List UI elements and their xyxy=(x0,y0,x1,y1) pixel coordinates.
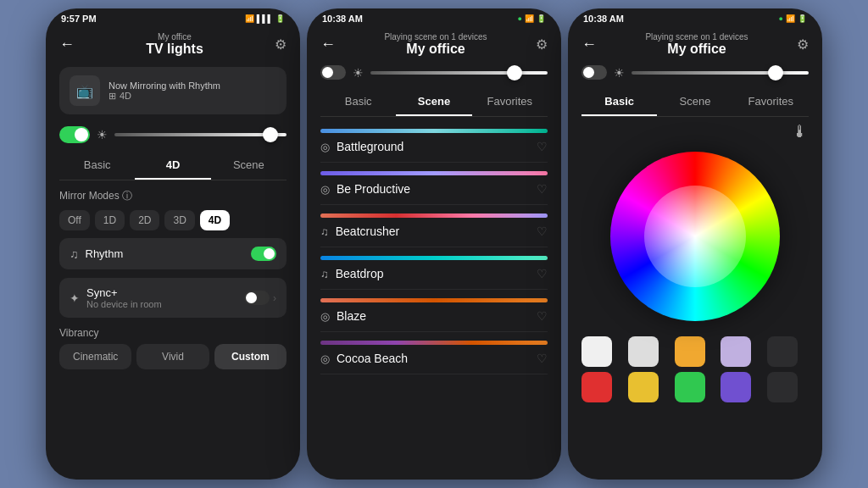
swatch-orange[interactable] xyxy=(675,336,705,367)
status-icons-3: ● 📶 🔋 xyxy=(779,14,807,23)
wifi-icon-3: 📶 xyxy=(786,14,795,23)
droplet-icon-blaze: ◎ xyxy=(320,310,330,323)
scene-name-blaze: Blaze xyxy=(337,309,530,323)
gear-icon-2[interactable]: ⚙ xyxy=(536,36,548,53)
header-nav-2: ← Playing scene on 1 devices My office ⚙ xyxy=(320,27,548,60)
swatch-white-1[interactable] xyxy=(581,336,612,367)
vibrancy-cinematic[interactable]: Cinematic xyxy=(59,344,131,369)
mode-4d[interactable]: 4D xyxy=(200,210,230,230)
tab-basic-2[interactable]: Basic xyxy=(320,88,396,116)
subtitle-1: My office xyxy=(146,32,203,42)
heart-beatdrop[interactable]: ♡ xyxy=(537,267,548,280)
mirror-modes: Off 1D 2D 3D 4D xyxy=(59,210,287,230)
slider-thumb-3 xyxy=(768,65,783,80)
scene-bar-beatdrop xyxy=(320,256,548,260)
vibrancy-vivid[interactable]: Vivid xyxy=(136,344,209,369)
mode-3d[interactable]: 3D xyxy=(164,210,194,230)
mode-1d[interactable]: 1D xyxy=(95,210,125,230)
tab-scene-1[interactable]: Scene xyxy=(211,152,287,180)
sun-icon-3: ☀ xyxy=(614,66,625,80)
time-3: 10:38 AM xyxy=(583,14,624,24)
heart-blaze[interactable]: ♡ xyxy=(537,309,548,323)
brightness-slider-3[interactable] xyxy=(632,71,809,75)
signal-icon: ▌▌▌ xyxy=(257,14,273,23)
rhythm-toggle[interactable] xyxy=(251,247,276,261)
back-button-1[interactable]: ← xyxy=(59,36,75,53)
heart-productive[interactable]: ♡ xyxy=(537,182,548,196)
brightness-row-2: ☀ xyxy=(320,65,548,80)
device-icon: 📺 xyxy=(70,75,100,106)
mode-2d[interactable]: 2D xyxy=(130,210,159,230)
tabs-row-3: Basic Scene Favorites xyxy=(581,88,809,117)
mirror-modes-label: Mirror Modes ⓘ xyxy=(59,189,287,203)
battery-icon-2: 🔋 xyxy=(537,14,546,23)
scene-be-productive[interactable]: ◎ Be Productive ♡ xyxy=(320,163,548,205)
copy-icon: ⊞ xyxy=(108,91,116,102)
scene-battleground[interactable]: ◎ Battleground ♡ xyxy=(320,120,548,163)
scene-blaze[interactable]: ◎ Blaze ♡ xyxy=(320,290,548,332)
thermometer-icon: 🌡 xyxy=(792,122,809,141)
tab-favorites-2[interactable]: Favorites xyxy=(472,88,548,116)
vibrancy-custom[interactable]: Custom xyxy=(214,344,287,369)
swatch-yellow[interactable] xyxy=(628,372,659,402)
sync-row: ✦ Sync+ No device in room › xyxy=(59,278,287,318)
time-2: 10:38 AM xyxy=(322,14,363,24)
swatch-purple[interactable] xyxy=(721,372,751,402)
back-button-3[interactable]: ← xyxy=(581,36,597,53)
back-button-2[interactable]: ← xyxy=(320,36,336,53)
power-toggle-2[interactable] xyxy=(320,65,346,80)
scene-row-blaze: ◎ Blaze ♡ xyxy=(320,309,548,323)
brightness-row: ☀ xyxy=(59,126,287,143)
wifi-icon-2: 📶 xyxy=(525,14,534,23)
scene-name-beatdrop: Beatdrop xyxy=(336,267,530,280)
sync-toggle[interactable] xyxy=(244,291,270,305)
color-wheel[interactable] xyxy=(610,152,780,321)
brightness-slider[interactable] xyxy=(114,133,287,136)
swatch-green[interactable] xyxy=(675,372,705,402)
scene-beatcrusher[interactable]: ♫ Beatcrusher ♡ xyxy=(320,205,548,247)
status-icons-2: ● 📶 🔋 xyxy=(518,14,546,23)
heart-cocoa[interactable]: ♡ xyxy=(537,352,548,365)
scene-beatdrop[interactable]: ♫ Beatdrop ♡ xyxy=(320,247,548,290)
tab-4d[interactable]: 4D xyxy=(135,152,210,180)
tab-scene-2[interactable]: Scene xyxy=(396,88,471,116)
scene-row-cocoa: ◎ Cocoa Beach ♡ xyxy=(320,352,548,365)
tab-basic-3[interactable]: Basic xyxy=(581,88,657,116)
swatch-red[interactable] xyxy=(581,372,612,402)
title-2: My office xyxy=(384,42,487,57)
phone-3-content: ← Playing scene on 1 devices My office ⚙… xyxy=(568,27,822,480)
power-toggle-3[interactable] xyxy=(581,65,607,80)
device-card: 📺 Now Mirroring with Rhythm ⊞ 4D xyxy=(59,67,287,114)
gear-icon-3[interactable]: ⚙ xyxy=(797,36,809,53)
droplet-icon-battleground: ◎ xyxy=(320,141,330,153)
tab-scene-3[interactable]: Scene xyxy=(657,88,732,116)
status-bar-2: 10:38 AM ● 📶 🔋 xyxy=(307,8,561,27)
sun-icon: ☀ xyxy=(97,128,108,141)
droplet-icon-productive: ◎ xyxy=(320,183,330,196)
scene-name-beatcrusher: Beatcrusher xyxy=(336,225,530,238)
subtitle-2: Playing scene on 1 devices xyxy=(384,32,487,42)
header-nav-3: ← Playing scene on 1 devices My office ⚙ xyxy=(581,27,809,60)
phone-2-content: ← Playing scene on 1 devices My office ⚙… xyxy=(307,27,561,480)
title-3: My office xyxy=(645,42,748,57)
tab-basic-1[interactable]: Basic xyxy=(59,152,135,180)
tab-favorites-3[interactable]: Favorites xyxy=(733,88,809,116)
status-bar-1: 9:57 PM 📶 ▌▌▌ 🔋 xyxy=(46,8,300,27)
heart-battleground[interactable]: ♡ xyxy=(537,140,548,153)
scene-name-productive: Be Productive xyxy=(337,182,530,196)
heart-beatcrusher[interactable]: ♡ xyxy=(537,225,548,238)
mirroring-label: Now Mirroring with Rhythm xyxy=(108,80,276,91)
gear-icon-1[interactable]: ⚙ xyxy=(275,36,287,53)
droplet-icon-cocoa: ◎ xyxy=(320,352,330,365)
swatch-lavender[interactable] xyxy=(721,336,751,367)
device-name: 4D xyxy=(120,91,131,101)
brightness-slider-2[interactable] xyxy=(370,71,548,75)
mode-off[interactable]: Off xyxy=(59,210,90,230)
swatch-white-2[interactable] xyxy=(628,336,659,367)
subtitle-3: Playing scene on 1 devices xyxy=(645,32,748,42)
slider-thumb xyxy=(263,127,278,142)
power-toggle[interactable] xyxy=(59,126,90,143)
dot-icon: ● xyxy=(518,14,522,23)
scene-name-cocoa: Cocoa Beach xyxy=(337,352,530,365)
scene-cocoa-beach[interactable]: ◎ Cocoa Beach ♡ xyxy=(320,332,548,374)
